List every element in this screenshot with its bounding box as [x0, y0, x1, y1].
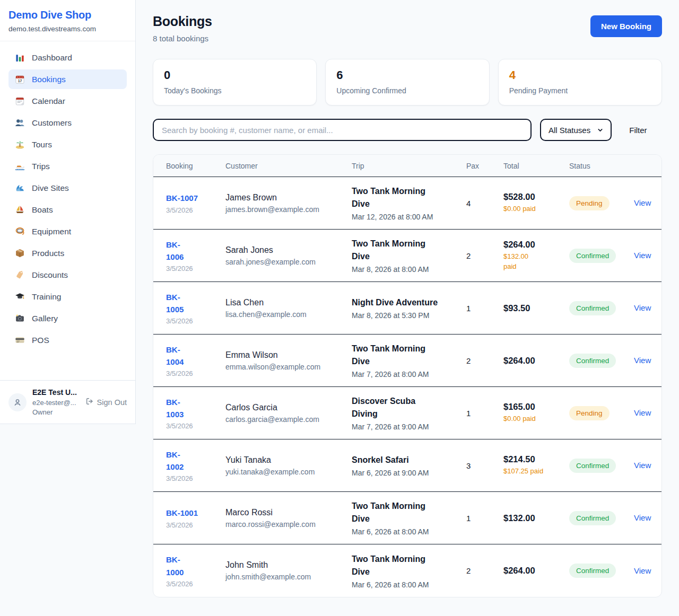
view-link[interactable]: View	[634, 408, 651, 417]
sidebar-item-dashboard[interactable]: Dashboard	[8, 48, 127, 67]
sidebar-item-label: Products	[32, 249, 64, 258]
paid-amount: $107.25 paid	[503, 467, 569, 477]
customers-icon	[15, 118, 25, 128]
customer-name: John Smith	[225, 560, 352, 570]
view-link[interactable]: View	[634, 198, 651, 207]
sidebar-item-products[interactable]: Products	[8, 243, 127, 263]
training-icon	[15, 292, 25, 302]
booking-id-link[interactable]: BK- 1003	[166, 396, 225, 421]
customer-name: Yuki Tanaka	[225, 455, 352, 465]
sidebar-item-pos[interactable]: POS	[8, 330, 127, 350]
products-icon	[15, 248, 25, 258]
stat-card-upcoming-confirmed: 6Upcoming Confirmed	[325, 59, 489, 105]
sidebar-item-calendar[interactable]: Calendar	[8, 91, 127, 111]
sidebar-item-equipment[interactable]: Equipment	[8, 222, 127, 241]
sign-out-icon	[85, 397, 94, 407]
customer-email: john.smith@example.com	[225, 573, 352, 581]
booking-id-link[interactable]: BK- 1006	[166, 239, 225, 263]
pax-count: 1	[466, 409, 503, 418]
table-header-row: BookingCustomerTripPaxTotalStatus	[153, 155, 661, 177]
customer-name: Carlos Garcia	[225, 403, 352, 412]
filter-button[interactable]: Filter	[629, 126, 647, 135]
booking-date: 3/5/2026	[166, 265, 225, 272]
boats-icon	[15, 205, 25, 215]
booking-date: 3/5/2026	[166, 474, 225, 482]
calendar-icon	[15, 96, 25, 106]
pax-count: 2	[466, 356, 503, 365]
stat-card-today-s-bookings: 0Today's Bookings	[153, 59, 317, 105]
total-amount: $132.00	[503, 513, 569, 523]
user-name: E2E Test U...	[32, 388, 77, 397]
booking-id-link[interactable]: BK- 1000	[166, 553, 225, 578]
total-amount: $214.50	[503, 454, 569, 464]
trip-name: Two Tank Morning Dive	[352, 237, 466, 263]
stat-label: Pending Payment	[509, 86, 651, 95]
total-amount: $264.00	[503, 240, 569, 250]
view-link[interactable]: View	[634, 303, 651, 312]
table-row: BK- 10033/5/2026Carlos Garciacarlos.garc…	[153, 387, 661, 439]
booking-id-link[interactable]: BK- 1005	[166, 291, 225, 316]
sidebar-item-training[interactable]: Training	[8, 287, 127, 306]
sidebar-item-label: Dashboard	[32, 53, 72, 63]
view-link[interactable]: View	[634, 251, 651, 260]
booking-id-link[interactable]: BK- 1002	[166, 448, 225, 473]
page-subtitle: 8 total bookings	[153, 34, 212, 43]
sign-out-button[interactable]: Sign Out	[85, 397, 127, 407]
pax-count: 3	[466, 461, 503, 470]
view-link[interactable]: View	[634, 513, 651, 522]
trip-name: Two Tank Morning Dive	[352, 500, 466, 525]
sidebar-item-label: Bookings	[32, 75, 66, 84]
chevron-down-icon	[597, 127, 603, 133]
column-header-customer: Customer	[225, 162, 352, 170]
equipment-icon	[15, 226, 25, 236]
sidebar-item-boats[interactable]: Boats	[8, 200, 127, 219]
trip-name: Snorkel Safari	[352, 454, 466, 467]
column-header-booking: Booking	[166, 162, 225, 170]
sidebar-item-bookings[interactable]: 17Bookings	[8, 69, 127, 89]
sidebar-nav: Dashboard17BookingsCalendarCustomersTour…	[0, 41, 135, 380]
discounts-icon	[15, 270, 25, 280]
trip-name: Night Dive Adventure	[352, 296, 466, 309]
customer-name: James Brown	[225, 193, 352, 203]
sidebar-item-label: POS	[32, 336, 49, 345]
view-link[interactable]: View	[634, 461, 651, 470]
customer-name: Sarah Jones	[225, 245, 352, 255]
trip-date: Mar 6, 2026 at 8:00 AM	[352, 580, 466, 589]
sidebar-item-tours[interactable]: Tours	[8, 135, 127, 154]
view-link[interactable]: View	[634, 566, 651, 575]
booking-id-link[interactable]: BK- 1004	[166, 344, 225, 368]
status-filter-select[interactable]: All Statuses	[540, 119, 612, 141]
stat-label: Today's Bookings	[164, 86, 306, 95]
dashboard-icon	[15, 52, 25, 63]
stat-value: 0	[164, 68, 306, 82]
search-input[interactable]	[153, 119, 532, 141]
view-link[interactable]: View	[634, 356, 651, 365]
sidebar-item-discounts[interactable]: Discounts	[8, 265, 127, 285]
booking-id-link[interactable]: BK-1001	[166, 507, 225, 519]
shop-title[interactable]: Demo Dive Shop	[8, 9, 127, 21]
customer-email: marco.rossi@example.com	[225, 520, 352, 529]
filter-row: All Statuses Filter	[153, 119, 662, 141]
user-email: e2e-tester@...	[32, 398, 77, 407]
status-badge: Confirmed	[569, 301, 616, 315]
trip-name: Discover Scuba Diving	[352, 395, 466, 420]
status-badge: Confirmed	[569, 459, 616, 473]
stat-value: 6	[336, 68, 478, 82]
customer-email: carlos.garcia@example.com	[225, 415, 352, 424]
status-badge: Pending	[569, 196, 610, 210]
shop-domain: demo.test.divestreams.com	[8, 25, 127, 33]
sidebar-item-customers[interactable]: Customers	[8, 113, 127, 133]
sidebar-item-gallery[interactable]: Gallery	[8, 309, 127, 328]
stat-card-pending-payment: 4Pending Payment	[498, 59, 662, 105]
sidebar-item-label: Calendar	[32, 96, 65, 106]
new-booking-button[interactable]: New Booking	[590, 15, 662, 37]
pax-count: 1	[466, 304, 503, 313]
column-header-total: Total	[503, 162, 569, 170]
customer-email: sarah.jones@example.com	[225, 258, 352, 266]
bookings-table: BookingCustomerTripPaxTotalStatus BK-100…	[153, 154, 662, 597]
sidebar-item-trips[interactable]: Trips	[8, 156, 127, 176]
booking-id-link[interactable]: BK-1007	[166, 192, 225, 204]
sidebar-item-label: Boats	[32, 205, 53, 215]
user-info: E2E Test U... e2e-tester@... Owner	[32, 388, 77, 417]
sidebar-item-dive-sites[interactable]: Dive Sites	[8, 178, 127, 198]
